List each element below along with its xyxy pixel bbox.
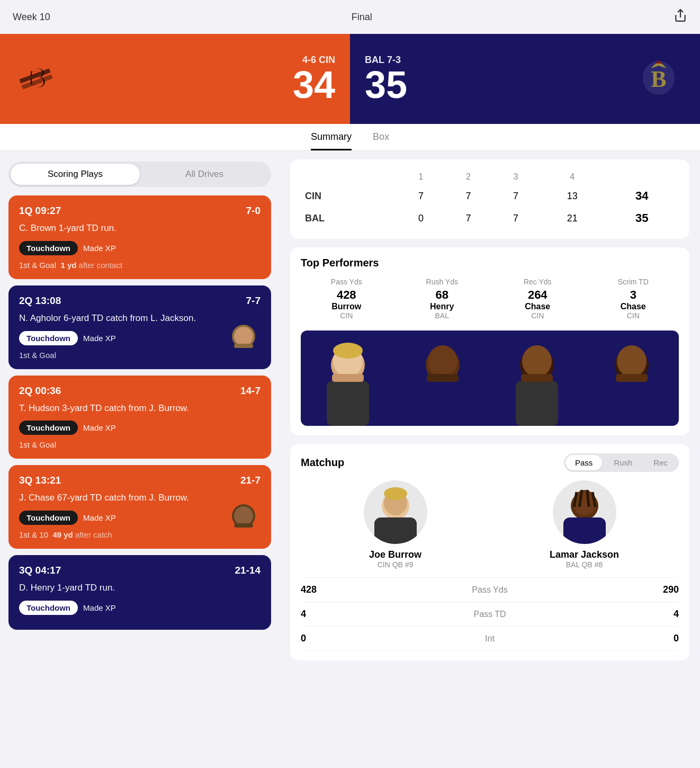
stat-left-int: 0	[301, 633, 396, 644]
svg-rect-21	[327, 381, 369, 426]
stat-right-pass-yds: 290	[585, 584, 679, 595]
stat-right-int: 0	[585, 633, 679, 644]
q3-header: 3	[492, 169, 539, 185]
performer-photo-burrow	[301, 331, 396, 426]
svg-rect-29	[427, 374, 459, 382]
play-1-badges: Touchdown Made XP	[19, 241, 261, 255]
top-bar: Week 10 Final	[0, 0, 700, 34]
bal-score: 35	[365, 66, 407, 104]
matchup-player-left: Joe Burrow CIN QB #9	[301, 480, 490, 569]
play-3-desc: T. Hudson 3-yard TD catch from J. Burrow…	[19, 402, 261, 415]
game-status: Final	[352, 12, 372, 23]
bal-logo: B	[632, 52, 685, 105]
bal-score-row: BAL 0 7 7 21 35	[301, 207, 679, 229]
play-2-avatar	[222, 322, 265, 369]
play-5-xp: Made XP	[83, 601, 116, 615]
matchup-player-left-name: Joe Burrow	[301, 549, 490, 560]
toggle-all-drives[interactable]: All Drives	[140, 164, 269, 185]
q1-header: 1	[397, 169, 444, 185]
tab-summary[interactable]: Summary	[311, 131, 352, 150]
matchup-card: Matchup Pass Rush Rec	[290, 444, 689, 660]
matchup-tab-rush[interactable]: Rush	[604, 455, 642, 470]
play-4-score: 21-7	[240, 475, 261, 486]
svg-rect-23	[332, 374, 364, 382]
play-card-5: 3Q 04:17 21-14 D. Henry 1-yard TD run. T…	[8, 555, 271, 630]
bal-score-block: BAL 7-3 35	[365, 55, 407, 104]
svg-point-24	[333, 343, 363, 359]
stat-label-pass-yds: Pass Yds	[396, 585, 585, 595]
cin-score: 34	[293, 66, 335, 104]
svg-line-51	[587, 490, 589, 507]
cin-score-block: 4-6 CIN 34	[293, 55, 335, 104]
matchup-tab-rec[interactable]: Rec	[644, 455, 677, 470]
performer-photo-chase2	[585, 331, 679, 426]
matchup-stats: 428 Pass Yds 290 4 Pass TD 4 0 Int 0	[301, 577, 679, 651]
matchup-players: Joe Burrow CIN QB #9	[301, 480, 679, 569]
team-cin: B B 4-6 CIN 34	[0, 34, 350, 124]
stat-right-pass-td: 4	[585, 609, 679, 620]
performer-col-3: Scrim TD 3 Chase CIN	[588, 278, 679, 324]
matchup-stat-row-0: 428 Pass Yds 290	[301, 578, 679, 602]
play-4-avatar	[222, 501, 265, 549]
svg-rect-42	[374, 517, 417, 544]
svg-rect-37	[611, 381, 653, 426]
performers-title: Top Performers	[301, 257, 679, 269]
svg-text:B: B	[651, 66, 666, 92]
jackson-avatar	[553, 480, 616, 544]
score-table: 1 2 3 4 CIN 7 7 7 13 34	[301, 169, 679, 229]
play-1-time: 1Q 09:27	[19, 205, 61, 217]
performer-photo-henry	[396, 331, 490, 426]
play-card-2: 2Q 13:08 7-7 N. Agholor 6-yard TD catch …	[8, 285, 271, 369]
performer-photo-chase	[490, 331, 585, 426]
play-card-4: 3Q 13:21 21-7 J. Chase 67-yard TD catch …	[8, 465, 271, 549]
play-3-badges: Touchdown Made XP	[19, 421, 261, 435]
play-5-badges: Touchdown Made XP	[19, 601, 261, 615]
main-content: Scoring Plays All Drives 1Q 09:27 7-0 C.…	[0, 151, 700, 669]
play-5-time: 3Q 04:17	[19, 565, 61, 576]
matchup-tabs: Pass Rush Rec	[564, 453, 679, 472]
play-2-xp: Made XP	[83, 331, 116, 345]
performer-col-0: Pass Yds 428 Burrow CIN	[301, 278, 392, 324]
svg-point-13	[234, 327, 253, 346]
performer-col-2: Rec Yds 264 Chase CIN	[492, 278, 584, 324]
play-2-td-badge: Touchdown	[19, 331, 78, 345]
play-5-td-badge: Touchdown	[19, 601, 78, 615]
matchup-player-right-info: BAL QB #8	[490, 560, 679, 569]
svg-point-38	[617, 345, 647, 377]
play-1-xp: Made XP	[83, 241, 116, 255]
stat-left-pass-td: 4	[301, 609, 396, 620]
svg-point-33	[522, 345, 552, 377]
share-icon[interactable]	[674, 8, 687, 25]
cin-score-row: CIN 7 7 7 13 34	[301, 185, 679, 207]
play-3-xp: Made XP	[83, 421, 116, 435]
right-panel: 1 2 3 4 CIN 7 7 7 13 34	[280, 151, 700, 669]
burrow-avatar	[364, 480, 427, 544]
cin-logo: B B	[15, 58, 57, 100]
play-3-score: 14-7	[240, 385, 261, 397]
performer-col-1: Rush Yds 68 Henry BAL	[397, 278, 488, 324]
tab-box[interactable]: Box	[373, 131, 389, 150]
stat-left-pass-yds: 428	[301, 584, 396, 595]
play-2-time: 2Q 13:08	[19, 295, 61, 307]
svg-rect-32	[516, 381, 558, 426]
svg-rect-39	[616, 374, 648, 382]
performers-photos	[301, 331, 679, 426]
stat-label-pass-td: Pass TD	[396, 610, 585, 619]
performers-stats-grid: Pass Yds 428 Burrow CIN Rush Yds 68 Henr…	[301, 278, 679, 324]
score-table-card: 1 2 3 4 CIN 7 7 7 13 34	[290, 159, 689, 239]
toggle-scoring-plays[interactable]: Scoring Plays	[11, 164, 140, 185]
play-5-score: 21-14	[235, 565, 261, 576]
svg-rect-16	[230, 528, 257, 549]
matchup-title: Matchup	[301, 457, 344, 469]
matchup-stat-row-1: 4 Pass TD 4	[301, 602, 679, 627]
matchup-tab-pass[interactable]: Pass	[566, 455, 602, 470]
svg-rect-34	[521, 374, 553, 382]
team-bal: BAL 7-3 35 B	[350, 34, 700, 124]
play-card-3: 2Q 00:36 14-7 T. Hudson 3-yard TD catch …	[8, 376, 271, 459]
play-4-time: 3Q 13:21	[19, 475, 61, 486]
svg-rect-12	[230, 348, 257, 369]
matchup-player-left-info: CIN QB #9	[301, 560, 490, 569]
play-1-down: 1st & Goal 1 yd after contact	[19, 261, 261, 270]
play-3-down: 1st & Goal	[19, 440, 261, 449]
play-4-td-badge: Touchdown	[19, 511, 78, 525]
